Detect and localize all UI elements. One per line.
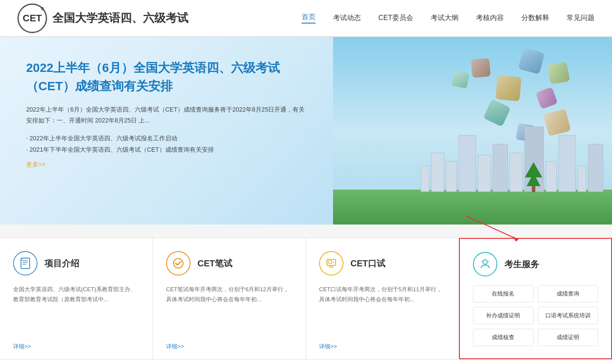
svg-point-10 (333, 262, 334, 263)
svg-line-15 (482, 261, 482, 262)
card-written: CET笔试 CET笔试每年开考两次，分别于6月和12月举行，具体考试时间我中心将… (153, 238, 306, 359)
nav-exam-news[interactable]: 考试动态 (333, 14, 361, 23)
svg-line-16 (488, 261, 489, 262)
card-written-body: CET笔试每年开考两次，分别于6月和12月举行，具体考试时间我中心将会在每年年初… (166, 284, 292, 336)
nav-score-explain[interactable]: 分数解释 (521, 14, 549, 23)
card-service-header: 考生服务 (473, 252, 598, 276)
nav-content[interactable]: 考核内容 (476, 14, 504, 23)
card-written-title: CET笔试 (197, 258, 232, 269)
hero-banner: 2022上半年（6月）全国大学英语四、六级考试（CET）成绩查询有关安排 202… (0, 37, 612, 225)
cards-container: 项目介绍 全国大学英语四、六级考试(CET)系教育部主办、教育部教育考试院（原教… (0, 238, 612, 360)
written-icon (166, 251, 190, 276)
card-oral-footer: 详细>> (319, 343, 445, 350)
written-detail-link[interactable]: 详细>> (166, 343, 184, 350)
service-btn-cert-reissue[interactable]: 补办成绩证明 (473, 307, 534, 324)
city-buildings (421, 126, 603, 192)
service-grid: 在线报名 成绩查询 补办成绩证明 口语考试系统培训 成绩核查 成绩证明 (473, 285, 598, 346)
oral-detail-link[interactable]: 详细>> (319, 343, 337, 350)
service-btn-cert[interactable]: 成绩证明 (538, 329, 598, 346)
nav-faq[interactable]: 常见问题 (567, 14, 595, 23)
logo-icon: CET (17, 3, 47, 33)
card-intro-body: 全国大学英语四、六级考试(CET)系教育部主办、教育部教育考试院（原教育部考试中… (13, 284, 139, 336)
service-btn-score-query[interactable]: 成绩查询 (538, 285, 598, 303)
site-title: 全国大学英语四、六级考试 (52, 10, 188, 26)
nav-home[interactable]: 首页 (302, 13, 316, 24)
card-oral-header: CET口试 (319, 251, 445, 276)
svg-point-14 (483, 260, 487, 264)
nav-committee[interactable]: CET委员会 (378, 14, 413, 23)
svg-rect-9 (328, 261, 332, 263)
hero-link-2[interactable]: 2021年下半年全国大学英语四、六级考试（CET）成绩查询有关安排 (26, 146, 310, 154)
card-oral-body: CET口试每年开考两次，分别于5月和11月举行，具体考试时间我中心将会在每年年初… (319, 284, 445, 336)
intro-icon (13, 251, 37, 276)
logo-area: CET 全国大学英语四、六级考试 (17, 3, 188, 33)
hero-link-1[interactable]: 2022年上半年全国大学英语四、六级考试报名工作启动 (26, 135, 310, 143)
oral-icon (319, 251, 343, 276)
hero-content: 2022上半年（6月）全国大学英语四、六级考试（CET）成绩查询有关安排 202… (0, 37, 337, 225)
site-header: CET 全国大学英语四、六级考试 首页 考试动态 CET委员会 考试大纲 考核内… (0, 0, 612, 37)
service-btn-register[interactable]: 在线报名 (473, 285, 534, 303)
card-service: 考生服务 在线报名 成绩查询 补办成绩证明 口语考试系统培训 成绩核查 成绩证明 (459, 238, 612, 359)
card-intro-title: 项目介绍 (44, 258, 79, 269)
service-icon (473, 252, 497, 276)
more-link[interactable]: 更多>> (26, 161, 45, 168)
service-btn-score-check[interactable]: 成绩核查 (473, 329, 534, 346)
hero-title: 2022上半年（6月）全国大学英语四、六级考试（CET）成绩查询有关安排 (26, 59, 310, 95)
card-intro-header: 项目介绍 (13, 251, 139, 276)
intro-detail-link[interactable]: 详细>> (13, 343, 31, 350)
nav-syllabus[interactable]: 考试大纲 (431, 14, 459, 23)
tree-decoration (525, 162, 542, 192)
svg-point-7 (173, 259, 183, 268)
service-btn-oral-training[interactable]: 口语考试系统培训 (538, 307, 598, 324)
card-written-footer: 详细>> (166, 343, 292, 350)
section-separator (0, 225, 612, 238)
card-oral: CET口试 CET口试每年开考两次，分别于5月和11月举行，具体考试时间我中心将… (306, 238, 459, 359)
hero-links: 2022年上半年全国大学英语四、六级考试报名工作启动 2021年下半年全国大学英… (26, 135, 310, 154)
card-service-title: 考生服务 (504, 259, 539, 270)
hero-image (337, 37, 612, 225)
cards-section: 项目介绍 全国大学英语四、六级考试(CET)系教育部主办、教育部教育考试院（原教… (0, 238, 612, 360)
hero-body: 2022年上半年（6月）全国大学英语四、六级考试（CET）成绩查询服务将于202… (26, 104, 310, 126)
svg-rect-6 (21, 259, 23, 261)
card-oral-title: CET口试 (350, 258, 385, 269)
main-nav: 首页 考试动态 CET委员会 考试大纲 考核内容 分数解释 常见问题 (302, 13, 595, 24)
card-intro: 项目介绍 全国大学英语四、六级考试(CET)系教育部主办、教育部教育考试院（原教… (0, 238, 153, 359)
card-written-header: CET笔试 (166, 251, 292, 276)
card-intro-footer: 详细>> (13, 343, 139, 350)
